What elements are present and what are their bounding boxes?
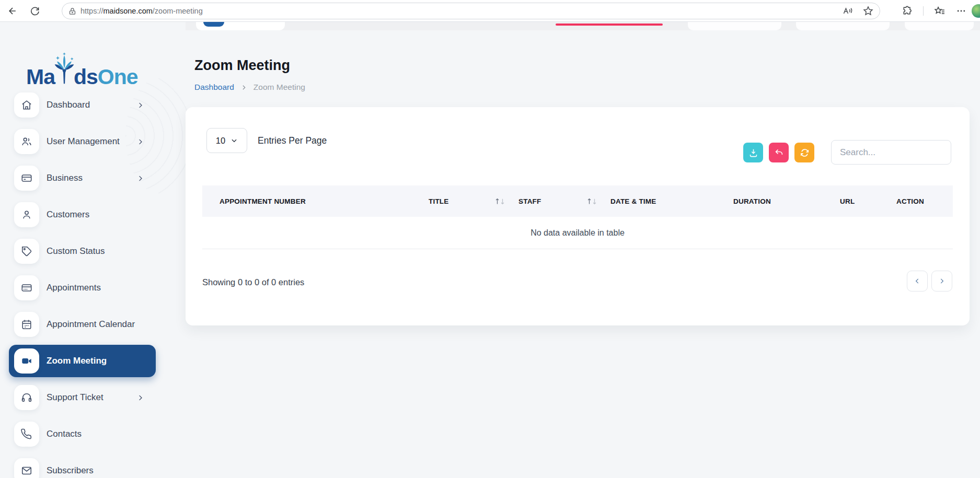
calendar-icon <box>14 312 39 337</box>
undo-arrow-icon <box>774 148 784 158</box>
lock-icon <box>68 7 76 15</box>
pagination-prev-button[interactable] <box>907 271 928 292</box>
home-icon <box>14 92 39 118</box>
cutoff-avatar <box>203 22 224 27</box>
sidebar-item-label: Zoom Meeting <box>47 356 107 366</box>
sidebar-item-label: Support Ticket <box>47 392 103 403</box>
read-aloud-icon[interactable] <box>843 6 854 16</box>
breadcrumb-dashboard-link[interactable]: Dashboard <box>194 83 234 92</box>
favorite-star-icon[interactable] <box>863 6 873 16</box>
browser-back-button[interactable] <box>3 2 22 20</box>
pagination-next-button[interactable] <box>931 271 952 292</box>
sidebar-item-subscribers[interactable]: Subscribers <box>0 452 163 478</box>
video-camera-icon <box>14 348 39 374</box>
headset-icon <box>14 385 39 410</box>
breadcrumb-current: Zoom Meeting <box>253 83 305 92</box>
tag-icon <box>14 239 39 264</box>
card-list-icon <box>14 275 39 300</box>
chevron-right-icon <box>136 394 144 402</box>
sidebar-item-label: Customers <box>47 209 89 220</box>
sort-icons[interactable] <box>587 198 597 205</box>
cutoff-header-box <box>688 22 781 30</box>
sidebar-item-appointments[interactable]: Appointments <box>0 270 163 306</box>
sidebar-nav: Dashboard User Management Business <box>0 87 163 478</box>
reload-icon <box>30 6 40 16</box>
phone-icon <box>14 422 39 447</box>
column-header-duration: DURATION <box>733 197 840 205</box>
mail-icon <box>14 458 39 478</box>
cutoff-header-box <box>905 22 974 30</box>
sidebar-item-label: Dashboard <box>47 100 90 110</box>
sidebar-item-label: User Management <box>47 136 120 147</box>
duster-icon <box>53 48 76 89</box>
chevron-right-icon <box>136 101 144 109</box>
sidebar-item-label: Business <box>47 173 83 183</box>
sidebar-item-customers[interactable]: Customers <box>0 196 163 233</box>
breadcrumb: Dashboard Zoom Meeting <box>194 83 305 92</box>
address-bar[interactable]: https://maidsone.com/zoom-meeting <box>62 3 880 19</box>
chevron-down-icon <box>230 137 238 144</box>
browser-reload-button[interactable] <box>25 2 44 20</box>
logo-text-light: One <box>98 66 138 88</box>
users-icon <box>14 129 39 154</box>
download-icon <box>748 148 758 158</box>
table-empty-message: No data available in table <box>202 217 953 249</box>
sidebar-item-label: Contacts <box>47 429 82 439</box>
entries-summary: Showing 0 to 0 of 0 entries <box>202 272 304 293</box>
column-header-title[interactable]: TITLE <box>429 197 518 205</box>
sidebar-item-dashboard[interactable]: Dashboard <box>0 87 163 123</box>
person-icon <box>14 202 39 227</box>
back-arrow-icon <box>7 6 18 16</box>
sidebar-item-label: Appointment Calendar <box>47 319 135 330</box>
sidebar-item-appointment-calendar[interactable]: Appointment Calendar <box>0 306 163 343</box>
page-title: Zoom Meeting <box>194 57 290 74</box>
refresh-button[interactable] <box>794 143 814 162</box>
column-header-action: ACTION <box>896 197 953 205</box>
breadcrumb-chevron-icon <box>240 84 247 91</box>
sidebar-item-label: Custom Status <box>47 246 105 257</box>
refresh-icon <box>800 148 810 158</box>
column-header-date-time: DATE & TIME <box>610 197 733 205</box>
browser-right-controls <box>902 0 980 22</box>
logo-text-dark: Ma <box>26 66 55 88</box>
column-header-url: URL <box>840 197 896 205</box>
table-header-row: APPOINTMENT NUMBER TITLE STAFF DATE & TI… <box>202 185 953 217</box>
cutoff-header-box <box>196 22 285 30</box>
toolbar-divider <box>923 6 924 16</box>
sidebar-item-business[interactable]: Business <box>0 160 163 196</box>
chevron-left-icon <box>914 277 921 285</box>
sidebar-item-support-ticket[interactable]: Support Ticket <box>0 379 163 416</box>
cutoff-header-box <box>796 22 890 30</box>
reset-undo-button[interactable] <box>769 143 789 162</box>
export-download-button[interactable] <box>743 143 763 162</box>
column-header-staff[interactable]: STAFF <box>518 197 610 205</box>
app-logo[interactable]: Ma ds One <box>26 48 138 88</box>
table-card: 10 Entries Per Page APPOINTMENT NUMBER T… <box>186 107 970 325</box>
search-input[interactable] <box>831 140 951 165</box>
favorites-bar-icon[interactable] <box>934 6 946 16</box>
chevron-right-icon <box>136 138 144 146</box>
entries-per-page-select[interactable]: 10 <box>206 128 247 153</box>
browser-toolbar: https://maidsone.com/zoom-meeting <box>0 0 980 22</box>
logo-text-dark: ds <box>74 66 98 88</box>
sidebar-item-user-management[interactable]: User Management <box>0 123 163 160</box>
chevron-right-icon <box>938 277 946 285</box>
column-header-appointment-number: APPOINTMENT NUMBER <box>220 197 429 205</box>
sidebar-item-zoom-meeting[interactable]: Zoom Meeting <box>0 343 163 379</box>
credit-card-icon <box>14 166 39 191</box>
more-menu-icon[interactable] <box>956 6 966 16</box>
app-window: https://maidsone.com/zoom-meeting Ma <box>0 0 980 478</box>
sidebar-item-label: Subscribers <box>47 465 94 476</box>
sort-icons[interactable] <box>495 198 505 205</box>
url-text: https://maidsone.com/zoom-meeting <box>80 7 203 15</box>
chevron-right-icon <box>136 174 144 182</box>
sidebar-item-contacts[interactable]: Contacts <box>0 416 163 452</box>
sidebar-item-label: Appointments <box>47 283 101 293</box>
sidebar: Ma ds One Dashboard <box>0 22 163 478</box>
sidebar-item-custom-status[interactable]: Custom Status <box>0 233 163 270</box>
extensions-icon[interactable] <box>902 6 913 16</box>
entries-per-page-label: Entries Per Page <box>258 128 327 153</box>
entries-per-page-value: 10 <box>216 136 225 146</box>
cutoff-pink-bar <box>556 24 663 26</box>
